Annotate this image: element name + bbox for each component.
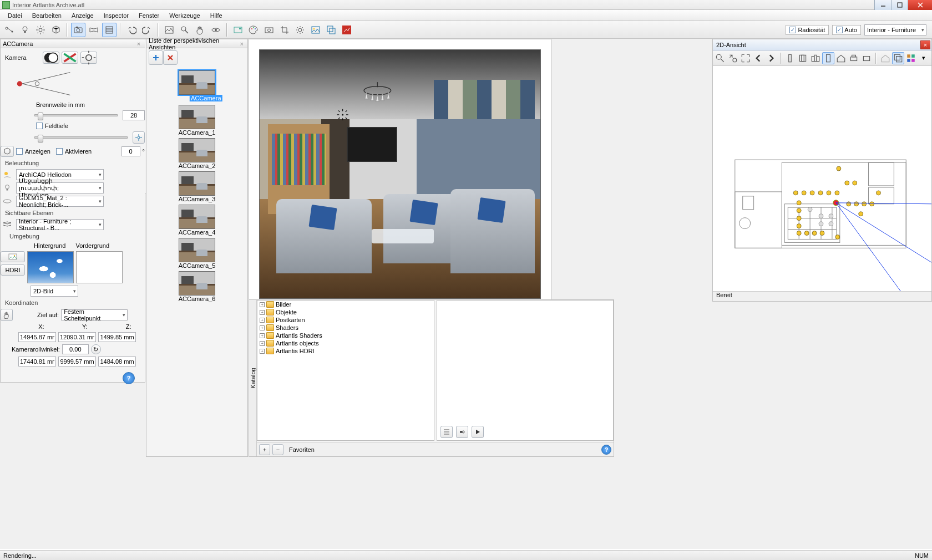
v2d-extents-icon[interactable] [739, 52, 752, 64]
redo-icon[interactable] [140, 23, 154, 37]
expand-icon[interactable]: + [260, 349, 265, 354]
v2d-wall4-icon[interactable] [822, 52, 834, 64]
vordergrund-thumb[interactable] [76, 251, 123, 283]
delete-view-button[interactable] [163, 50, 178, 65]
katalog-minus-button[interactable]: − [272, 444, 283, 455]
red-render-icon[interactable] [340, 23, 354, 37]
expand-icon[interactable]: + [260, 318, 265, 323]
v2d-zoom-icon[interactable] [714, 52, 726, 64]
lightgroup-dropdown[interactable]: Մեջանցքի լուսամփոփ; Մեջանցք... [16, 182, 104, 194]
bg-image-button[interactable] [1, 251, 25, 262]
view2d-canvas[interactable] [713, 66, 931, 291]
tree-item[interactable]: +Artlantis objects [257, 339, 434, 347]
tree-item[interactable]: +Shaders [257, 324, 434, 332]
hdri-button[interactable]: HDRI [1, 264, 25, 276]
v2d-zoomfit-icon[interactable] [727, 52, 739, 64]
view-thumb[interactable] [179, 205, 215, 229]
cube-icon-button[interactable] [1, 146, 14, 157]
tree-item[interactable]: +Objekte [257, 308, 434, 316]
layers-dropdown[interactable]: Interior - Furniture ; Structural - B... [16, 219, 104, 230]
minimize-button[interactable] [874, 0, 891, 10]
menu-anzeige[interactable]: Anzeige [67, 11, 98, 20]
y-input[interactable] [58, 332, 96, 342]
menu-fenster[interactable]: Fenster [134, 11, 164, 20]
postcard-icon[interactable] [231, 23, 245, 37]
auto-checkbox[interactable]: ✓Auto [832, 25, 861, 35]
focal-slider[interactable] [34, 114, 118, 116]
menu-werkzeuge[interactable]: Werkzeuge [165, 11, 204, 20]
roll-reset-button[interactable]: ↻ [91, 344, 101, 354]
angle-input[interactable] [121, 146, 140, 156]
undo-icon[interactable] [124, 23, 139, 37]
v2d-stack-icon[interactable] [892, 52, 904, 64]
view2d-close-button[interactable]: × [920, 40, 930, 49]
menu-datei[interactable]: Datei [3, 11, 27, 20]
menu-bearbeiten[interactable]: Bearbeiten [28, 11, 66, 20]
neon-shader-dropdown[interactable]: GDLM15_Mat_2 : Neonlicht; Brick-... [16, 196, 104, 207]
view-thumb[interactable] [179, 238, 215, 262]
kamera-settings-button[interactable] [80, 52, 97, 64]
roll-input[interactable] [62, 344, 89, 354]
expand-icon[interactable]: + [260, 333, 265, 338]
view-thumb[interactable] [179, 105, 215, 129]
expand-icon[interactable]: + [260, 325, 265, 330]
close-button[interactable] [908, 0, 932, 10]
view-thumb[interactable] [179, 271, 215, 296]
view-thumb[interactable] [179, 171, 215, 196]
v2d-wall3-icon[interactable] [809, 52, 822, 64]
menu-inspector[interactable]: Inspector [99, 11, 133, 20]
feldtiefe-slider[interactable] [34, 136, 128, 139]
v2d-more-icon[interactable]: ▾ [918, 52, 930, 64]
sun-tool-icon[interactable] [33, 23, 48, 37]
object-tool-icon[interactable] [49, 23, 63, 37]
bulb-tool-icon[interactable] [18, 23, 32, 37]
tree-item[interactable]: +Bilder [257, 301, 434, 308]
add-view-button[interactable] [149, 50, 163, 65]
hintergrund-thumb[interactable] [27, 251, 74, 283]
render-preview[interactable] [259, 49, 541, 299]
view-thumb[interactable] [179, 138, 215, 162]
help-button[interactable]: ? [123, 372, 135, 384]
crop-icon[interactable] [277, 23, 292, 37]
render-icon[interactable] [308, 23, 323, 37]
tree-item[interactable]: +Postkarten [257, 316, 434, 324]
snapshot-icon[interactable] [262, 23, 276, 37]
v2d-home2-icon[interactable] [879, 52, 892, 64]
v2d-prev-icon[interactable] [752, 52, 764, 64]
v2d-grid-icon[interactable] [905, 52, 917, 64]
v2d-box-icon[interactable] [860, 52, 873, 64]
v2d-next-icon[interactable] [765, 52, 777, 64]
katalog-plus-button[interactable]: + [259, 444, 270, 455]
render-preview-icon[interactable] [162, 23, 176, 37]
tree-item[interactable]: +Artlantis HDRI [257, 347, 434, 355]
expand-icon[interactable]: + [260, 310, 265, 315]
maximize-button[interactable] [891, 0, 908, 10]
katalog-tab[interactable]: Katalog [249, 300, 257, 456]
view-thumb[interactable] [179, 70, 215, 95]
batch-icon[interactable] [324, 23, 338, 37]
v2d-home-icon[interactable] [835, 52, 847, 64]
z2-input[interactable] [98, 357, 136, 366]
x-input[interactable] [18, 332, 56, 342]
focal-input[interactable] [123, 110, 145, 120]
pan-hand-icon[interactable] [193, 23, 207, 37]
camera-tool-icon[interactable] [71, 23, 85, 37]
v2d-wall2-icon[interactable] [797, 52, 809, 64]
preview-link-button[interactable] [456, 426, 468, 438]
settings-gear-icon[interactable] [293, 23, 307, 37]
feldtiefe-checkbox[interactable] [36, 123, 43, 129]
tree-item[interactable]: +Artlantis Shaders [257, 332, 434, 339]
v2d-print-icon[interactable] [848, 52, 860, 64]
orbit-icon[interactable] [209, 23, 223, 37]
x2-input[interactable] [18, 357, 56, 366]
panorama-tool-icon[interactable] [87, 23, 101, 37]
preset-dropdown[interactable]: Interior - Furniture [864, 24, 926, 35]
z-input[interactable] [98, 332, 136, 342]
katalog-help-button[interactable]: ? [601, 445, 611, 455]
bg-type-dropdown[interactable]: 2D-Bild [31, 286, 78, 297]
v2d-wall1-icon[interactable] [784, 52, 796, 64]
ziel-dropdown[interactable]: Festem Scheitelpunkt [61, 309, 128, 320]
expand-icon[interactable]: + [260, 341, 265, 346]
views-panel-close-icon[interactable]: × [238, 40, 245, 47]
anzeigen-checkbox[interactable] [16, 148, 23, 155]
